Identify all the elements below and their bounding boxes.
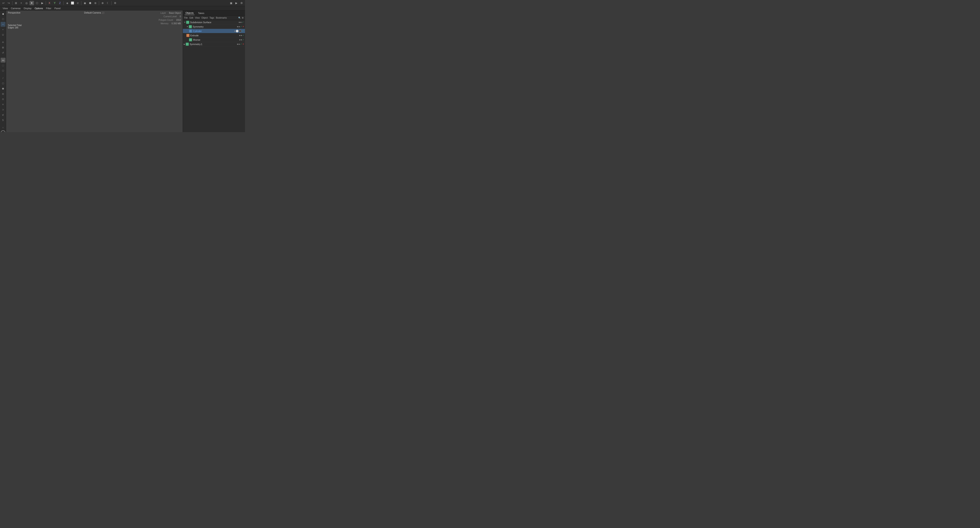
add-button[interactable]: + <box>19 1 24 5</box>
tool-smooth[interactable]: S <box>1 118 5 122</box>
mode-edge[interactable]: ─ <box>1 22 5 27</box>
list-item-subdivision[interactable]: ▼ ⬡ Subdivision Surface ■ ■ ✓ <box>183 20 245 24</box>
symmetry-label: Symmetry <box>193 25 204 28</box>
objects-file-menu[interactable]: File <box>184 17 188 19</box>
menu-cameras[interactable]: Cameras <box>10 6 22 11</box>
menu-view[interactable]: View <box>1 6 9 11</box>
tool-slide[interactable]: ≡ <box>1 102 5 107</box>
extrude-controls: ■ ■ ✓ <box>239 34 244 37</box>
right-panel: Objects Takes File Edit View Object Tags… <box>183 11 245 132</box>
symmetry-controls: ■ ■ ✓ ✕ <box>237 25 244 28</box>
objects-tags-menu[interactable]: Tags <box>210 17 214 19</box>
cylinder-vis[interactable]: ✓ <box>242 30 244 32</box>
tool-material[interactable]: ○ <box>1 125 5 130</box>
circle-button[interactable]: ◎ <box>24 1 29 5</box>
redo-button[interactable]: ↪ <box>6 1 11 5</box>
grid-button[interactable]: ☾ <box>106 1 110 5</box>
picture-viewer-button[interactable]: ▶ <box>234 1 239 5</box>
new-button[interactable]: ⊞ <box>14 1 18 5</box>
4horse-label: 4horse <box>193 38 200 41</box>
tool-bridge[interactable]: ⊟ <box>1 91 5 96</box>
objects-search-icon[interactable]: 🔍 <box>238 17 241 19</box>
list-item-4horse[interactable]: ⬡ 4horse ■ ■ ✓ <box>183 38 245 42</box>
symmetry1-label: Symmetry.1 <box>190 43 202 46</box>
tool-shader[interactable]: ○ <box>1 130 5 132</box>
move-button[interactable]: ▶ <box>40 1 45 5</box>
tool-bevel[interactable]: ⬢ <box>1 86 5 91</box>
objects-toolbar: File Edit View Object Tags Bookmarks 🔍 ⚙ <box>183 16 245 20</box>
viewport-camera-label: Default Camera 🎥 <box>84 11 105 14</box>
symmetry1-vis[interactable]: ✓ <box>240 43 242 45</box>
mode-polygon[interactable]: ⬡ <box>1 17 5 21</box>
tool-scale[interactable]: ⊞ <box>1 45 5 50</box>
objects-view-menu[interactable]: View <box>195 17 200 19</box>
objects-bookmarks-menu[interactable]: Bookmarks <box>216 17 227 19</box>
tool-select-rect[interactable]: ▭ <box>1 58 5 62</box>
tool-move[interactable]: ✛ <box>1 40 5 45</box>
render-all-button[interactable]: ⚙ <box>239 1 244 5</box>
list-item-cylinder[interactable]: ⬡ Cylinder ■ ✓ <box>183 29 245 33</box>
y-axis-button[interactable]: Y <box>52 1 57 5</box>
symmetry-del[interactable]: ✕ <box>242 25 244 28</box>
4horse-vis[interactable]: ✓ <box>242 38 244 41</box>
symmetry-vis[interactable]: ✓ <box>240 25 242 28</box>
shader-button[interactable]: ⊛ <box>93 1 97 5</box>
subdivision-icon: ⬡ <box>186 21 189 24</box>
tool-extrude[interactable]: ⬡ <box>1 81 5 86</box>
tool-loop[interactable]: ⊙ <box>1 97 5 102</box>
list-item-symmetry1[interactable]: ▶ ⬡ Symmetry.1 ■ ■ ✓ ✕ <box>183 42 245 46</box>
toolbar-separator-1 <box>12 1 13 5</box>
list-item-symmetry[interactable]: ▼ ⬡ Symmetry ■ ■ ✓ ✕ <box>183 24 245 29</box>
menu-display[interactable]: Display <box>22 6 33 11</box>
toolbar-separator-4 <box>81 1 81 5</box>
objects-panel-header: Objects Takes <box>183 11 245 16</box>
objects-object-menu[interactable]: Object <box>202 17 208 19</box>
texture-button[interactable]: ⬟ <box>88 1 92 5</box>
select-button[interactable]: ✦ <box>30 1 34 5</box>
toolbar-separator-2 <box>46 1 46 5</box>
viewport-mode-label: Perspective <box>8 11 20 14</box>
objects-settings-icon[interactable]: ⚙ <box>242 17 244 19</box>
tool-select-poly[interactable]: ⬠ <box>1 68 5 73</box>
symmetry1-controls: ■ ■ ✓ ✕ <box>237 43 244 45</box>
viewport-svg <box>6 11 183 132</box>
subdivision-label: Subdivision Surface <box>190 21 211 24</box>
undo-button[interactable]: ↩ <box>1 1 6 5</box>
objects-edit-menu[interactable]: Edit <box>189 17 193 19</box>
4horse-controls: ■ ■ ✓ <box>239 38 244 41</box>
viewport-menu-bar: View Cameras Display Options Filter Pane… <box>0 6 245 11</box>
tab-takes[interactable]: Takes <box>197 11 205 15</box>
list-item-extrude[interactable]: ⬡ Extrude ■ ■ ✓ <box>183 33 245 38</box>
objects-list: ▼ ⬡ Subdivision Surface ■ ■ ✓ ▼ ⬡ Symmet… <box>183 20 245 132</box>
viewport-3d[interactable]: Perspective Default Camera 🎥 Selected To… <box>6 11 183 132</box>
mode-point[interactable]: • <box>1 27 5 32</box>
subdivision-vis[interactable]: ✓ <box>242 21 244 24</box>
material-button[interactable]: ◉ <box>83 1 87 5</box>
settings-button[interactable]: ⚙ <box>113 1 117 5</box>
mode-uv[interactable]: U <box>1 32 5 37</box>
snap-button[interactable]: ⊕ <box>100 1 105 5</box>
viewport-info: Layer Base Object Current Level 0 Polygo… <box>159 11 181 25</box>
symmetry1-del[interactable]: ✕ <box>242 43 244 45</box>
menu-filter[interactable]: Filter <box>45 6 52 11</box>
symmetry-icon: ⬡ <box>189 25 192 28</box>
extrude-vis[interactable]: ✓ <box>242 34 244 37</box>
tool-knife[interactable]: / <box>1 76 5 81</box>
tool-magnet[interactable]: ⊃ <box>1 107 5 112</box>
tool-mirror[interactable]: ⊄ <box>1 113 5 117</box>
x-axis-button[interactable]: X <box>47 1 52 5</box>
polygon-button[interactable]: ⬡ <box>35 1 39 5</box>
render-button[interactable]: ⬜ <box>70 1 75 5</box>
menu-options[interactable]: Options <box>33 6 44 11</box>
render-region-button[interactable]: ◈ <box>65 1 69 5</box>
menu-panel[interactable]: Panel <box>53 6 62 11</box>
tool-rotate[interactable]: ↺ <box>1 50 5 55</box>
4horse-icon: ⬡ <box>189 38 192 41</box>
render-view-button[interactable]: ▣ <box>229 1 233 5</box>
tool-select-lasso[interactable]: ◌ <box>1 63 5 68</box>
cylinder-icon: ⬡ <box>189 30 192 33</box>
render-settings-button[interactable]: ⎚ <box>75 1 80 5</box>
z-axis-button[interactable]: Z <box>58 1 62 5</box>
mode-object[interactable]: ◈ <box>1 11 5 16</box>
tab-objects[interactable]: Objects <box>185 11 194 15</box>
